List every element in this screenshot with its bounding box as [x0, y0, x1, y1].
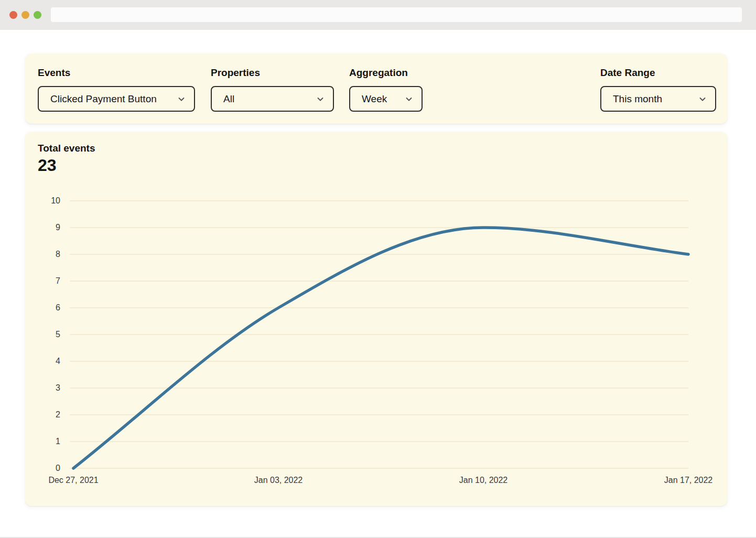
- minimize-button[interactable]: [21, 11, 29, 19]
- chevron-down-icon: [316, 95, 325, 103]
- chart-card: Total events 23 012345678910 Dec 27, 202…: [25, 132, 727, 506]
- filter-group-properties: Properties All: [211, 67, 334, 112]
- x-tick-label: Jan 10, 2022: [441, 475, 525, 486]
- y-tick-label: 2: [25, 409, 60, 421]
- date-range-select[interactable]: This month: [600, 86, 716, 112]
- y-tick-label: 8: [25, 249, 60, 260]
- browser-titlebar: [0, 0, 756, 30]
- chevron-down-icon: [177, 95, 186, 103]
- y-tick-label: 3: [25, 382, 60, 394]
- chevron-down-icon: [405, 95, 413, 103]
- filter-bar: Events Clicked Payment Button Properties…: [25, 53, 727, 124]
- aggregation-select[interactable]: Week: [349, 86, 423, 112]
- y-tick-label: 9: [25, 222, 60, 233]
- filter-group-events: Events Clicked Payment Button: [38, 67, 195, 112]
- filter-group-date-range: Date Range This month: [600, 67, 716, 112]
- date-range-select-value: This month: [613, 93, 662, 105]
- maximize-button[interactable]: [34, 11, 41, 19]
- aggregation-select-value: Week: [362, 93, 387, 105]
- y-tick-label: 5: [25, 329, 60, 340]
- series-line: [73, 228, 688, 468]
- y-tick-label: 6: [25, 302, 60, 314]
- x-tick-label: Dec 27, 2021: [31, 475, 115, 486]
- aggregation-label: Aggregation: [349, 67, 423, 79]
- chevron-down-icon: [698, 95, 707, 103]
- date-range-label: Date Range: [600, 67, 716, 79]
- properties-select-value: All: [223, 93, 234, 105]
- y-tick-label: 0: [25, 462, 60, 474]
- events-select-value: Clicked Payment Button: [50, 93, 157, 105]
- y-tick-label: 4: [25, 356, 60, 367]
- x-tick-label: Jan 03, 2022: [236, 475, 320, 486]
- properties-select[interactable]: All: [211, 86, 334, 112]
- x-tick-label: Jan 17, 2022: [646, 475, 730, 486]
- y-tick-label: 7: [25, 275, 60, 287]
- events-line-chart: [25, 132, 727, 506]
- y-tick-label: 10: [25, 195, 60, 207]
- page-content: Events Clicked Payment Button Properties…: [0, 30, 756, 538]
- url-bar[interactable]: [51, 7, 742, 22]
- properties-label: Properties: [211, 67, 334, 79]
- close-button[interactable]: [9, 11, 17, 19]
- y-tick-label: 1: [25, 436, 60, 447]
- events-select[interactable]: Clicked Payment Button: [38, 86, 195, 112]
- filter-group-aggregation: Aggregation Week: [349, 67, 423, 112]
- events-label: Events: [38, 67, 195, 79]
